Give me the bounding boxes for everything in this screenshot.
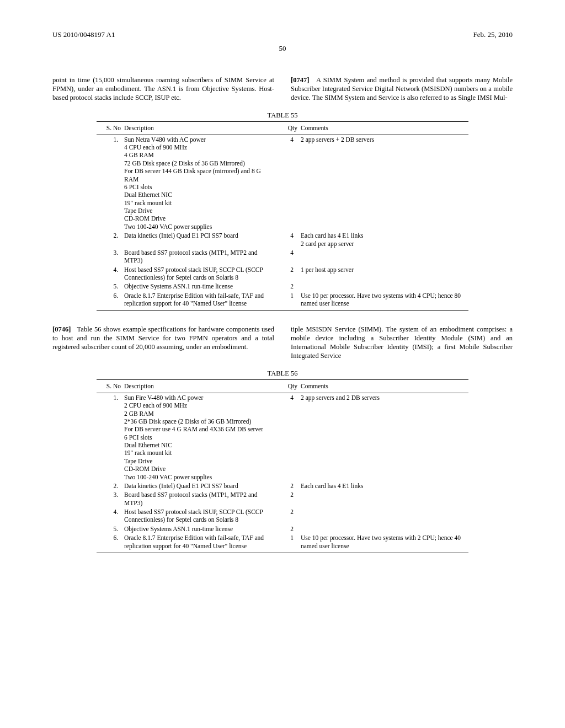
cell-comments: Use 10 per processor. Have two systems w… <box>299 533 468 553</box>
cell-qty: 1 <box>266 291 299 311</box>
cell-qty: 2 <box>266 265 299 282</box>
cell-sno: 2. <box>97 231 122 248</box>
col-left-top: point in time (15,000 simultaneous roami… <box>52 76 274 103</box>
cell-qty: 2 <box>266 282 299 291</box>
table-row: 5.Objective Systems ASN.1 run-time licen… <box>97 524 468 533</box>
cell-comments <box>299 282 468 291</box>
cell-comments: 2 app servers and 2 DB servers <box>299 393 468 481</box>
cell-desc: Oracle 8.1.7 Enterprise Edition with fai… <box>122 533 266 553</box>
cell-qty: 2 <box>266 524 299 533</box>
cell-sno: 6. <box>97 291 122 311</box>
table-row: 3.Board based SS7 protocol stacks (MTP1,… <box>97 248 468 265</box>
para-text: A SIMM System and method is provided tha… <box>291 76 513 102</box>
top-columns: point in time (15,000 simultaneous roami… <box>52 76 513 103</box>
cell-qty: 4 <box>266 393 299 481</box>
cell-qty: 4 <box>266 231 299 248</box>
cell-qty: 2 <box>266 490 299 507</box>
table-caption: TABLE 55 <box>97 111 468 120</box>
table-row: 4.Host based SS7 protocol stack ISUP, SC… <box>97 265 468 282</box>
table-row: 4.Host based SS7 protocol stack ISUP, SC… <box>97 507 468 524</box>
cell-comments <box>299 524 468 533</box>
cell-comments: Each card has 4 E1 links2 card per app s… <box>299 231 468 248</box>
cell-sno: 5. <box>97 282 122 291</box>
cell-comments <box>299 507 468 524</box>
col-left-mid: [0746] Table 56 shows example specificat… <box>52 325 274 361</box>
cell-desc: Oracle 8.1.7 Enterprise Edition with fai… <box>122 291 266 311</box>
spec-table-55: S. No Description Qty Comments 1.Sun Net… <box>97 121 468 311</box>
cell-desc: Host based SS7 protocol stack ISUP, SCCP… <box>122 507 266 524</box>
cell-sno: 3. <box>97 490 122 507</box>
col-header-desc: Description <box>122 379 266 393</box>
cell-sno: 2. <box>97 481 122 490</box>
spec-table-56: S. No Description Qty Comments 1.Sun Fir… <box>97 379 468 553</box>
table-row: 1.Sun Netra V480 with AC power4 CPU each… <box>97 135 468 231</box>
table-row: 1.Sun Fire V-480 with AC power2 CPU each… <box>97 393 468 481</box>
cell-desc: Objective Systems ASN.1 run-time license <box>122 282 266 291</box>
cell-comments <box>299 490 468 507</box>
cell-desc: Host based SS7 protocol stack ISUP, SCCP… <box>122 265 266 282</box>
cell-desc: Data kinetics (Intel) Quad E1 PCI SS7 bo… <box>122 481 266 490</box>
para-text: Table 56 shows example specifications fo… <box>52 325 274 351</box>
cell-sno: 4. <box>97 507 122 524</box>
publication-date: Feb. 25, 2010 <box>473 30 513 40</box>
col-header-qty: Qty <box>266 121 299 135</box>
col-right-top: [0747] A SIMM System and method is provi… <box>291 76 513 103</box>
cell-qty: 2 <box>266 481 299 490</box>
col-header-comments: Comments <box>299 379 468 393</box>
cell-sno: 5. <box>97 524 122 533</box>
col-header-qty: Qty <box>266 379 299 393</box>
cell-desc: Data kinetics (Intel) Quad E1 PCI SS7 bo… <box>122 231 266 248</box>
cell-qty: 4 <box>266 248 299 265</box>
cell-sno: 6. <box>97 533 122 553</box>
para-text: tiple MSISDN Service (SIMM). The system … <box>291 325 513 360</box>
cell-comments: Use 10 per processor. Have two systems w… <box>299 291 468 311</box>
cell-sno: 3. <box>97 248 122 265</box>
table-row: 2.Data kinetics (Intel) Quad E1 PCI SS7 … <box>97 231 468 248</box>
cell-comments: Each card has 4 E1 links <box>299 481 468 490</box>
cell-qty: 4 <box>266 135 299 231</box>
col-header-sno: S. No <box>97 379 122 393</box>
page-header: US 2010/0048197 A1 Feb. 25, 2010 <box>52 30 513 40</box>
col-right-mid: tiple MSISDN Service (SIMM). The system … <box>291 325 513 361</box>
table-55: TABLE 55 S. No Description Qty Comments … <box>97 111 468 311</box>
para-number: [0747] <box>291 76 309 84</box>
page-number: 50 <box>52 44 513 53</box>
col-header-sno: S. No <box>97 121 122 135</box>
col-header-desc: Description <box>122 121 266 135</box>
cell-desc: Sun Netra V480 with AC power4 CPU each o… <box>122 135 266 231</box>
table-row: 2.Data kinetics (Intel) Quad E1 PCI SS7 … <box>97 481 468 490</box>
cell-sno: 4. <box>97 265 122 282</box>
para-number: [0746] <box>52 325 71 333</box>
table-56: TABLE 56 S. No Description Qty Comments … <box>97 369 468 553</box>
publication-number: US 2010/0048197 A1 <box>52 30 115 40</box>
cell-comments: 2 app servers + 2 DB servers <box>299 135 468 231</box>
cell-qty: 1 <box>266 533 299 553</box>
cell-desc: Objective Systems ASN.1 run-time license <box>122 524 266 533</box>
mid-columns: [0746] Table 56 shows example specificat… <box>52 325 513 361</box>
table-row: 6.Oracle 8.1.7 Enterprise Edition with f… <box>97 291 468 311</box>
cell-sno: 1. <box>97 393 122 481</box>
table-row: 5.Objective Systems ASN.1 run-time licen… <box>97 282 468 291</box>
para-text: point in time (15,000 simultaneous roami… <box>52 76 274 102</box>
cell-comments: 1 per host app server <box>299 265 468 282</box>
table-row: 3.Board based SS7 protocol stacks (MTP1,… <box>97 490 468 507</box>
table-row: 6.Oracle 8.1.7 Enterprise Edition with f… <box>97 533 468 553</box>
table-caption: TABLE 56 <box>97 369 468 378</box>
cell-comments <box>299 248 468 265</box>
cell-desc: Board based SS7 protocol stacks (MTP1, M… <box>122 248 266 265</box>
cell-qty: 2 <box>266 507 299 524</box>
cell-desc: Board based SS7 protocol stacks (MTP1, M… <box>122 490 266 507</box>
cell-desc: Sun Fire V-480 with AC power2 CPU each o… <box>122 393 266 481</box>
cell-sno: 1. <box>97 135 122 231</box>
col-header-comments: Comments <box>299 121 468 135</box>
